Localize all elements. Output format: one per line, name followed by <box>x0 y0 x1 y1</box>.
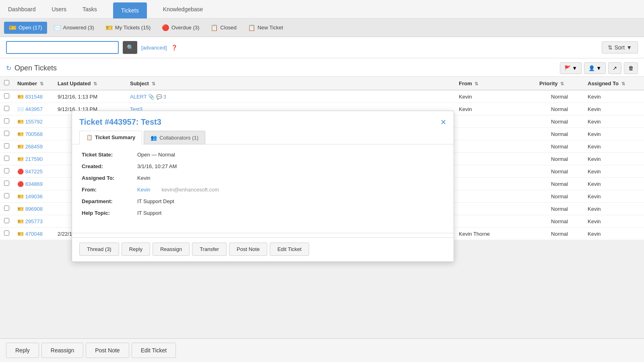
row-checkbox <box>0 190 13 203</box>
select-all-checkbox[interactable] <box>4 80 9 85</box>
row-assigned: Kevin <box>584 128 644 140</box>
th-last-updated[interactable]: Last Updated ⇅ <box>54 77 126 90</box>
refresh-icon[interactable]: ↻ <box>6 64 11 72</box>
row-checkbox <box>0 140 13 153</box>
export-icon: ↗ <box>613 65 617 71</box>
trash-icon: 🗑 <box>628 65 634 71</box>
th-subject[interactable]: Subject ⇅ <box>126 77 455 90</box>
tab-my-tickets-label: My Tickets (15) <box>115 25 151 31</box>
tab-my-tickets[interactable]: 🎫 My Tickets (15) <box>101 22 155 34</box>
ticket-type-icon: 🎫 <box>17 206 24 212</box>
advanced-link[interactable]: [advanced] <box>141 45 167 51</box>
ticket-link[interactable]: 268459 <box>25 144 43 150</box>
row-select-checkbox[interactable] <box>4 143 9 148</box>
row-select-checkbox[interactable] <box>4 168 9 173</box>
popup-body: Ticket State: Open — Normal Created: 3/1… <box>72 144 454 229</box>
nav-users[interactable]: Users <box>52 1 67 17</box>
row-priority: Normal <box>535 178 584 190</box>
th-priority[interactable]: Priority ⇅ <box>535 77 584 90</box>
popup-tab-summary[interactable]: 📋 Ticket Summary <box>79 131 142 144</box>
row-priority: Normal <box>535 153 584 165</box>
row-priority: Normal <box>535 140 584 153</box>
from-link[interactable]: Kevin <box>137 187 151 193</box>
row-select-checkbox[interactable] <box>4 218 9 223</box>
ticket-link[interactable]: 700568 <box>25 131 43 137</box>
ticket-popup: Ticket #443957: Test3 ✕ 📋 Ticket Summary… <box>72 111 454 262</box>
sort-button[interactable]: ⇅ Sort ▼ <box>602 41 638 53</box>
field-created: Created: 3/1/16, 10:27 AM <box>82 163 444 169</box>
nav-dashboard[interactable]: Dashboard <box>8 1 36 17</box>
row-from <box>455 203 535 215</box>
footer-reassign-button[interactable]: Reassign <box>153 243 190 256</box>
search-button[interactable]: 🔍 <box>123 41 137 54</box>
row-assigned: Kevin <box>584 90 644 103</box>
nav-tickets[interactable]: Tickets <box>113 2 147 19</box>
ticket-link[interactable]: 217590 <box>25 156 43 162</box>
footer-post-note-button[interactable]: Post Note <box>229 243 267 256</box>
search-input[interactable] <box>6 41 119 54</box>
nav-knowledgebase[interactable]: Knowledgebase <box>163 1 203 17</box>
nav-tasks[interactable]: Tasks <box>83 1 97 17</box>
tickets-title-section: ↻ Open Tickets <box>6 64 57 72</box>
row-checkbox <box>0 153 13 165</box>
row-assigned: Kevin <box>584 190 644 203</box>
tab-answered[interactable]: ✉️ Answered (3) <box>49 22 99 34</box>
row-select-checkbox[interactable] <box>4 193 9 198</box>
tab-new-ticket-label: New Ticket <box>258 25 283 31</box>
popup-title: Ticket #443957: Test3 <box>79 117 161 127</box>
assign-button[interactable]: 👤 ▼ <box>584 62 606 74</box>
footer-reply-button[interactable]: Reply <box>122 243 150 256</box>
row-from <box>455 128 535 140</box>
row-number: 🎫 155792 <box>13 115 54 128</box>
footer-thread-button[interactable]: Thread (3) <box>79 243 119 256</box>
row-number: 🎫 217590 <box>13 153 54 165</box>
popup-tabs: 📋 Ticket Summary 👥 Collaborators (1) <box>72 131 454 144</box>
row-select-checkbox[interactable] <box>4 131 9 136</box>
help-icon[interactable]: ❓ <box>171 45 178 51</box>
popup-close-button[interactable]: ✕ <box>440 118 446 127</box>
row-select-checkbox[interactable] <box>4 230 9 236</box>
row-assigned: Kevin <box>584 165 644 178</box>
row-select-checkbox[interactable] <box>4 181 9 186</box>
ticket-link[interactable]: 155792 <box>25 119 43 125</box>
row-select-checkbox[interactable] <box>4 156 9 161</box>
footer-transfer-button[interactable]: Transfer <box>192 243 227 256</box>
row-select-checkbox[interactable] <box>4 206 9 211</box>
ticket-link[interactable]: 149036 <box>25 193 43 200</box>
export-button[interactable]: ↗ <box>608 62 621 74</box>
ticket-link[interactable]: 470048 <box>25 231 43 237</box>
ticket-link[interactable]: 831548 <box>25 94 43 100</box>
bottom-reassign-button[interactable]: Reassign <box>41 343 83 358</box>
tab-closed[interactable]: 📋 Closed <box>206 22 241 34</box>
bottom-reply-button[interactable]: Reply <box>6 343 39 358</box>
th-assigned[interactable]: Assigned To ⇅ <box>584 77 644 90</box>
sort-icon: ⇅ <box>608 44 613 51</box>
popup-tab-collaborators[interactable]: 👥 Collaborators (1) <box>144 131 205 144</box>
ticket-link[interactable]: 847225 <box>25 169 43 175</box>
ticket-link[interactable]: 634869 <box>25 181 43 187</box>
ticket-link[interactable]: 295773 <box>25 218 43 224</box>
th-from[interactable]: From ⇅ <box>455 77 535 90</box>
popup-footer: Thread (3) Reply Reassign Transfer Post … <box>72 237 454 261</box>
th-number[interactable]: Number ⇅ <box>13 77 54 90</box>
ticket-type-icon: 🔴 <box>17 169 24 175</box>
search-bar: 🔍 [advanced] ❓ ⇅ Sort ▼ <box>0 37 644 58</box>
tab-open[interactable]: 🎫 Open (17) <box>4 22 47 34</box>
row-select-checkbox[interactable] <box>4 118 9 123</box>
ticket-link[interactable]: 896908 <box>25 206 43 212</box>
assign-chevron-icon: ▼ <box>596 65 601 71</box>
row-select-checkbox[interactable] <box>4 106 9 111</box>
ticket-link[interactable]: 443957 <box>25 106 43 112</box>
bottom-edit-ticket-button[interactable]: Edit Ticket <box>132 343 176 358</box>
tab-overdue[interactable]: 🔴 Overdue (3) <box>157 22 204 34</box>
row-checkbox <box>0 103 13 115</box>
delete-button[interactable]: 🗑 <box>624 62 638 74</box>
bottom-post-note-button[interactable]: Post Note <box>86 343 129 358</box>
ticket-state-value: Open — Normal <box>137 152 175 158</box>
flag-button[interactable]: 🚩 ▼ <box>560 62 582 74</box>
footer-edit-ticket-button[interactable]: Edit Ticket <box>270 243 309 256</box>
subject-link[interactable]: ALERT <box>130 94 147 100</box>
th-checkbox <box>0 77 13 90</box>
row-select-checkbox[interactable] <box>4 93 9 99</box>
tab-new-ticket[interactable]: 📋 New Ticket <box>243 22 288 34</box>
